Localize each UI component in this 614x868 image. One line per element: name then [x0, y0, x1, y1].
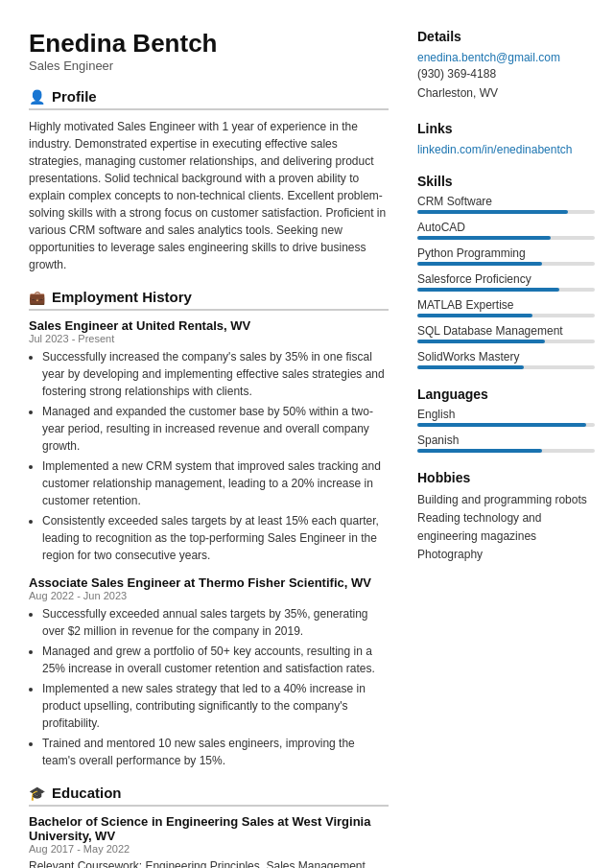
- candidate-name: Enedina Bentch: [29, 29, 389, 59]
- skill-bar-bg: [417, 340, 595, 343]
- bullet: Successfully increased the company's sal…: [42, 348, 389, 400]
- hobby-item: Reading technology and engineering magaz…: [417, 509, 595, 546]
- skill-item: Python Programming: [417, 246, 595, 266]
- languages-section: Languages English Spanish: [417, 387, 595, 453]
- bullet: Trained and mentored 10 new sales engine…: [42, 735, 389, 769]
- employment-section: 💼 Employment History Sales Engineer at U…: [29, 289, 389, 769]
- phone-text: (930) 369-4188: [417, 64, 595, 83]
- details-section: Details enedina.bentch@gmail.com (930) 3…: [417, 29, 595, 104]
- skill-item: MATLAB Expertise: [417, 298, 595, 317]
- skills-section: Skills CRM Software AutoCAD Python Progr…: [417, 174, 595, 369]
- details-title: Details: [417, 29, 595, 44]
- skill-bar-bg: [417, 262, 595, 266]
- language-bar-bg: [417, 423, 595, 427]
- skill-name: AutoCAD: [417, 221, 595, 234]
- hobbies-section: Hobbies Building and programming robotsR…: [417, 470, 595, 565]
- left-column: Enedina Bentch Sales Engineer 👤 Profile …: [29, 29, 389, 868]
- job-date-1: Jul 2023 - Present: [29, 333, 389, 344]
- skill-name: SolidWorks Mastery: [417, 350, 595, 364]
- job-block-1: Sales Engineer at United Rentals, WV Jul…: [29, 318, 389, 564]
- skill-name: MATLAB Expertise: [417, 298, 595, 312]
- skill-item: Salesforce Proficiency: [417, 272, 595, 292]
- email-link[interactable]: enedina.bentch@gmail.com: [417, 51, 560, 64]
- language-name: English: [417, 408, 595, 421]
- skill-item: AutoCAD: [417, 221, 595, 240]
- skill-item: SolidWorks Mastery: [417, 350, 595, 369]
- bullet: Implemented a new CRM system that improv…: [42, 457, 389, 509]
- edu-date: Aug 2017 - May 2022: [29, 843, 389, 855]
- skill-bar-fill: [417, 314, 532, 317]
- skill-item: CRM Software: [417, 195, 595, 214]
- job-block-2: Associate Sales Engineer at Thermo Fishe…: [29, 575, 389, 769]
- skill-name: Salesforce Proficiency: [417, 272, 595, 286]
- skills-list: CRM Software AutoCAD Python Programming …: [417, 195, 595, 369]
- edu-block-1: Bachelor of Science in Engineering Sales…: [29, 814, 389, 868]
- bullet: Managed and expanded the customer base b…: [42, 403, 389, 455]
- bullet: Consistently exceeded sales targets by a…: [42, 512, 389, 564]
- profile-section: 👤 Profile Highly motivated Sales Enginee…: [29, 88, 389, 273]
- job-date-2: Aug 2022 - Jun 2023: [29, 590, 389, 601]
- skill-bar-fill: [417, 340, 545, 343]
- links-title: Links: [417, 121, 595, 136]
- profile-header: 👤 Profile: [29, 88, 389, 110]
- skill-item: SQL Database Management: [417, 324, 595, 343]
- language-item: English: [417, 408, 595, 427]
- skill-bar-bg: [417, 288, 595, 292]
- language-item: Spanish: [417, 434, 595, 453]
- skill-bar-fill: [417, 236, 551, 240]
- language-bar-fill: [417, 423, 586, 427]
- skill-bar-bg: [417, 210, 595, 214]
- job-title-1: Sales Engineer at United Rentals, WV: [29, 318, 389, 333]
- profile-text: Highly motivated Sales Engineer with 1 y…: [29, 118, 389, 273]
- skill-bar-fill: [417, 262, 542, 266]
- profile-title: Profile: [52, 88, 97, 105]
- job-bullets-2: Successfully exceeded annual sales targe…: [29, 605, 389, 769]
- education-icon: 🎓: [29, 786, 45, 801]
- location-text: Charleston, WV: [417, 83, 595, 103]
- language-bar-fill: [417, 449, 542, 453]
- hobby-item: Building and programming robots: [417, 491, 595, 509]
- skill-bar-bg: [417, 365, 595, 369]
- edu-coursework: Relevant Coursework: Engineering Princip…: [29, 857, 389, 868]
- languages-title: Languages: [417, 387, 595, 402]
- linkedin-link[interactable]: linkedin.com/in/enedinabentch: [417, 143, 572, 156]
- edu-degree: Bachelor of Science in Engineering Sales…: [29, 814, 389, 843]
- skill-name: Python Programming: [417, 246, 595, 260]
- education-title: Education: [52, 785, 122, 801]
- education-header: 🎓 Education: [29, 785, 389, 807]
- employment-title: Employment History: [52, 289, 192, 305]
- employment-header: 💼 Employment History: [29, 289, 389, 311]
- skill-bar-bg: [417, 314, 595, 317]
- profile-icon: 👤: [29, 89, 45, 105]
- hobbies-list: Building and programming robotsReading t…: [417, 491, 595, 565]
- skills-title: Skills: [417, 174, 595, 189]
- languages-list: English Spanish: [417, 408, 595, 453]
- bullet: Successfully exceeded annual sales targe…: [42, 605, 389, 640]
- skill-bar-bg: [417, 236, 595, 240]
- hobbies-title: Hobbies: [417, 470, 595, 485]
- bullet: Implemented a new sales strategy that le…: [42, 680, 389, 732]
- skill-bar-fill: [417, 210, 568, 214]
- skill-bar-fill: [417, 288, 559, 292]
- candidate-title: Sales Engineer: [29, 59, 389, 73]
- skill-name: SQL Database Management: [417, 324, 595, 338]
- job-bullets-1: Successfully increased the company's sal…: [29, 348, 389, 564]
- language-name: Spanish: [417, 434, 595, 447]
- employment-icon: 💼: [29, 290, 45, 305]
- hobby-item: Photography: [417, 546, 595, 564]
- links-section: Links linkedin.com/in/enedinabentch: [417, 121, 595, 156]
- bullet: Managed and grew a portfolio of 50+ key …: [42, 643, 389, 677]
- skill-bar-fill: [417, 365, 524, 369]
- education-section: 🎓 Education Bachelor of Science in Engin…: [29, 785, 389, 868]
- language-bar-bg: [417, 449, 595, 453]
- right-column: Details enedina.bentch@gmail.com (930) 3…: [417, 29, 595, 868]
- job-title-2: Associate Sales Engineer at Thermo Fishe…: [29, 575, 389, 590]
- skill-name: CRM Software: [417, 195, 595, 208]
